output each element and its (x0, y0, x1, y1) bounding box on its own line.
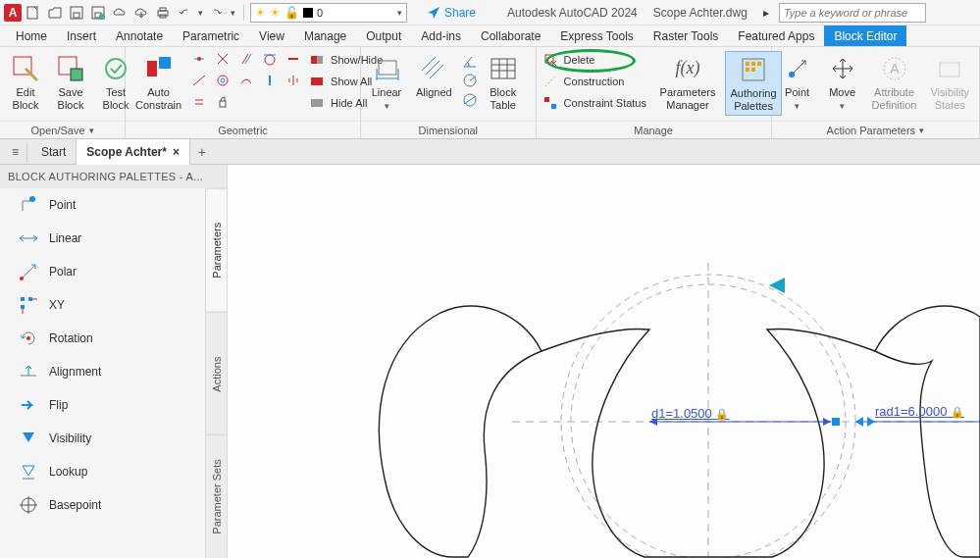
side-tab-parameter-sets[interactable]: Parameter Sets (206, 434, 227, 558)
panel-title-open-save[interactable]: Open/Save▾ (0, 121, 125, 138)
block-table-button[interactable]: Block Table (484, 51, 523, 114)
hamburger-icon[interactable]: ≡ (4, 142, 27, 162)
tab-annotate[interactable]: Annotate (106, 25, 173, 46)
linear-button[interactable]: Linear▾ (367, 51, 406, 114)
open-icon[interactable] (47, 5, 63, 21)
svg-line-38 (430, 65, 443, 78)
aligned-button[interactable]: Aligned (412, 51, 456, 101)
d1-label[interactable]: d1=1.0500 🔒 (651, 406, 729, 421)
fix-icon[interactable] (215, 94, 231, 110)
svg-point-70 (26, 336, 30, 340)
save-icon[interactable] (69, 5, 84, 21)
undo-icon[interactable] (177, 5, 192, 21)
panel-title-action-params[interactable]: Action Parameters▾ (772, 121, 979, 138)
parameters-manager-button[interactable]: f(x) Parameters Manager (656, 51, 720, 114)
collinear-icon[interactable] (191, 73, 207, 88)
cloud-save-icon[interactable] (133, 5, 149, 21)
palette-item-basepoint[interactable]: Basepoint (0, 488, 205, 522)
cloud-open-icon[interactable] (112, 5, 128, 21)
tab-raster-tools[interactable]: Raster Tools (644, 25, 728, 46)
svg-rect-52 (746, 62, 749, 66)
radius-dim-icon[interactable] (462, 73, 478, 88)
tab-output[interactable]: Output (356, 25, 411, 46)
attribute-definition-button[interactable]: A Attribute Definition (868, 51, 921, 114)
doctab-active[interactable]: Scope Achter*× (77, 139, 190, 165)
svg-line-63 (22, 265, 35, 279)
undo-dropdown[interactable]: ▾ (198, 8, 203, 18)
redo-dropdown[interactable]: ▾ (231, 8, 235, 18)
doctab-start[interactable]: Start (31, 139, 77, 165)
svg-rect-28 (220, 101, 226, 107)
svg-rect-66 (28, 297, 32, 301)
palette-item-point[interactable]: Point (0, 188, 205, 222)
tab-parametric[interactable]: Parametric (173, 25, 249, 46)
smooth-icon[interactable] (238, 73, 254, 88)
side-tab-parameters[interactable]: Parameters (206, 188, 227, 312)
edit-block-button[interactable]: Edit Block (6, 51, 45, 114)
tab-home[interactable]: Home (6, 25, 57, 46)
new-icon[interactable] (26, 5, 41, 21)
tab-view[interactable]: View (249, 25, 294, 46)
palette-item-flip[interactable]: Flip (0, 388, 205, 422)
search-input[interactable] (779, 3, 926, 23)
tab-addins[interactable]: Add-ins (411, 25, 471, 46)
save-block-button[interactable]: Save Block (51, 51, 90, 114)
vertical-icon[interactable] (262, 73, 278, 88)
print-icon[interactable] (155, 5, 171, 21)
parallel-icon[interactable] (238, 51, 254, 67)
coincident-icon[interactable] (191, 51, 207, 67)
svg-point-5 (99, 14, 105, 20)
new-tab-button[interactable]: + (190, 144, 214, 160)
svg-point-64 (20, 277, 24, 280)
svg-rect-7 (160, 8, 166, 11)
move-button[interactable]: Move▾ (823, 51, 862, 114)
layer-freeze-icon: ☀ (270, 6, 281, 20)
app-title: Autodesk AutoCAD 2024 (507, 6, 638, 20)
concentric-icon[interactable] (215, 73, 231, 88)
equal-icon[interactable] (191, 94, 207, 110)
construction-button[interactable]: Construction (542, 73, 650, 90)
palette-item-visibility[interactable]: Visibility (0, 422, 205, 455)
share-button[interactable]: Share (427, 6, 476, 20)
app-logo[interactable]: A (4, 4, 22, 22)
auto-constrain-button[interactable]: Auto Constrain (131, 51, 185, 114)
horizontal-icon[interactable] (285, 51, 301, 67)
layer-dropdown[interactable]: ☀ ☀ 🔓 0 ▾ (250, 3, 407, 23)
symmetric-icon[interactable] (285, 73, 301, 88)
visibility-states-button[interactable]: Visibility States (926, 51, 973, 114)
close-icon[interactable]: × (173, 145, 180, 159)
marker-arrow[interactable] (769, 278, 785, 293)
palette-item-polar[interactable]: Polar (0, 255, 205, 288)
saveas-icon[interactable] (90, 5, 106, 21)
constraint-status-button[interactable]: Constraint Status (542, 94, 650, 112)
point-button[interactable]: Point▾ (778, 51, 817, 114)
palette-item-rotation[interactable]: Rotation (0, 322, 205, 355)
drawing-canvas[interactable]: d1=1.0500 🔒 rad1=6.0000 🔒 (228, 165, 980, 558)
redo-icon[interactable] (209, 5, 225, 21)
palette-item-linear[interactable]: Linear (0, 222, 205, 255)
tab-insert[interactable]: Insert (57, 25, 106, 46)
delete-button[interactable]: Delete (542, 51, 650, 69)
palette-item-lookup[interactable]: Lookup (0, 455, 205, 488)
svg-point-16 (197, 57, 201, 61)
angular-dim-icon[interactable] (462, 53, 478, 69)
tab-manage[interactable]: Manage (294, 25, 356, 46)
tangent-icon[interactable] (262, 51, 278, 67)
rad1-label[interactable]: rad1=6.0000 🔒 (875, 404, 964, 419)
play-icon[interactable]: ▸ (763, 6, 769, 20)
svg-rect-31 (311, 77, 323, 85)
title-bar: A ▾ ▾ ☀ ☀ 🔓 0 ▾ Share Autodesk AutoCAD 2… (0, 0, 980, 25)
tab-collaborate[interactable]: Collaborate (471, 25, 550, 46)
palette-item-xy[interactable]: XY (0, 288, 205, 322)
save-block-icon (55, 53, 86, 84)
tab-block-editor[interactable]: Block Editor (824, 25, 906, 46)
linear-dim-icon (371, 53, 402, 84)
tab-featured-apps[interactable]: Featured Apps (728, 25, 824, 46)
side-tab-actions[interactable]: Actions (206, 312, 227, 435)
perpendicular-icon[interactable] (215, 51, 231, 67)
grip[interactable] (832, 418, 840, 426)
palette-item-alignment[interactable]: Alignment (0, 355, 205, 388)
diameter-dim-icon[interactable] (462, 92, 478, 108)
flip-grip[interactable] (853, 414, 877, 432)
tab-express-tools[interactable]: Express Tools (550, 25, 643, 46)
